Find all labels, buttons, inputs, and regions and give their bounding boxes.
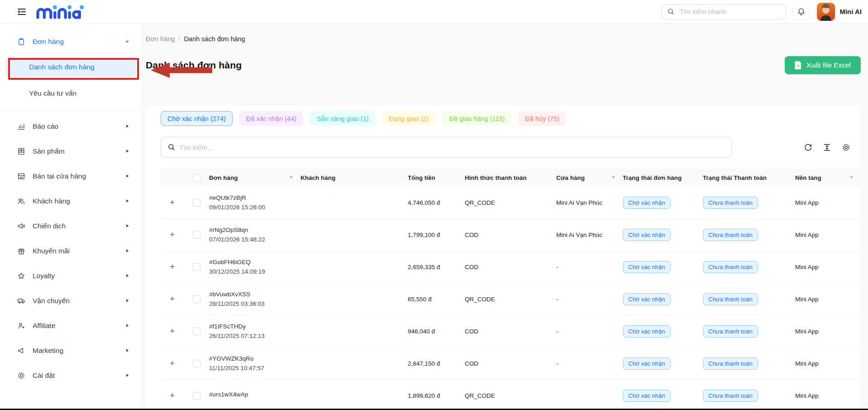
breadcrumb-current: Danh sách đơn hàng — [184, 35, 245, 43]
sidebar-item-label: Loyalty — [33, 272, 55, 280]
store-cell: - — [556, 360, 623, 367]
table-row: + #rNg2OpS8qn 07/01/2026 15:46:22 1,799,… — [161, 219, 861, 251]
sidebar-item-shipping[interactable]: Vận chuyển — [0, 288, 142, 313]
expand-row-icon[interactable]: + — [167, 262, 177, 271]
sidebar-item-label: Sản phẩm — [33, 147, 65, 155]
miniai-logo[interactable] — [35, 4, 85, 20]
payment-method-cell: COD — [465, 328, 556, 335]
table-search — [161, 137, 732, 158]
row-checkbox[interactable] — [193, 263, 200, 271]
payment-status-badge: Chưa thanh toán — [703, 357, 758, 370]
expand-row-icon[interactable]: + — [167, 230, 177, 239]
order-status-badge: Chờ xác nhận — [623, 357, 671, 370]
order-status-badge: Chờ xác nhận — [623, 325, 671, 338]
table-row: + #bVuwbXvXSS 28/11/2025 03:36:03 65,550… — [161, 283, 861, 315]
refresh-icon[interactable] — [803, 142, 813, 152]
sidebar-item-pos[interactable]: Bán tại cửa hàng — [0, 164, 142, 188]
product-icon — [16, 146, 26, 156]
expand-row-icon[interactable]: + — [167, 359, 177, 368]
expand-row-icon[interactable]: + — [167, 391, 177, 400]
sidebar-item-settings[interactable]: Cài đặt — [0, 363, 142, 388]
row-checkbox[interactable] — [193, 199, 200, 207]
payment-status-badge: Chưa thanh toán — [703, 293, 758, 305]
orders-table: Đơn hàngKhách hàngTổng tiềnHình thức tha… — [161, 169, 861, 410]
row-checkbox[interactable] — [193, 328, 200, 335]
order-status-badge: Chờ xác nhận — [623, 197, 671, 209]
settings-icon — [16, 371, 26, 381]
sidebar-item-label: Cài đặt — [33, 371, 55, 380]
status-filter-1[interactable]: Đã xác nhận (44) — [239, 111, 303, 126]
table-settings-icon[interactable] — [841, 142, 851, 152]
chevron-right-icon — [125, 124, 130, 129]
status-filter-active[interactable]: Chờ xác nhận (274) — [161, 111, 233, 126]
table-search-input[interactable] — [179, 144, 725, 151]
notifications-button[interactable] — [792, 3, 810, 20]
expand-row-icon[interactable]: + — [167, 327, 177, 336]
sidebar-subitem-label: Yêu cầu tư vấn — [29, 89, 76, 97]
payment-status-badge: Chưa thanh toán — [703, 390, 758, 402]
chevron-right-icon — [125, 273, 130, 278]
page-title: Danh sách đơn hàng — [146, 60, 242, 71]
sidebar-item-campaigns[interactable]: Chiến dịch — [0, 213, 142, 238]
status-filter-2[interactable]: Sẵn sàng giao (1) — [310, 111, 375, 126]
order-cell[interactable]: #urs1wX4wAp — [209, 391, 300, 400]
main-content: Đơn hàng / Danh sách đơn hàng Danh sách … — [142, 24, 868, 410]
sidebar-item-promotions[interactable]: Khuyến mãi — [0, 238, 142, 263]
row-checkbox[interactable] — [193, 360, 200, 367]
chevron-right-icon — [125, 198, 130, 203]
sidebar-item-affiliate[interactable]: Affiliate — [0, 313, 142, 338]
sidebar-item-customers[interactable]: Khách hàng — [0, 188, 142, 213]
expand-row-icon[interactable]: + — [167, 294, 177, 304]
global-search-input[interactable] — [679, 8, 774, 15]
store-cell: - — [556, 328, 623, 335]
sidebar-item-loyalty[interactable]: Loyalty — [0, 263, 142, 288]
sidebar-item-products[interactable]: Sản phẩm — [0, 139, 142, 164]
order-cell[interactable]: #GobFH6iGEQ 30/12/2025 14:09:19 — [209, 259, 300, 275]
status-filter-3[interactable]: Đang giao (2) — [382, 111, 436, 126]
sidebar-item-label: Bán tại cửa hàng — [33, 172, 86, 180]
table-row: + #f1IFScTHDy 26/11/2025 07:12:13 946,04… — [161, 315, 861, 347]
row-height-icon[interactable] — [822, 142, 832, 152]
payment-status-badge: Chưa thanh toán — [703, 325, 758, 338]
sidebar-collapse-icon[interactable] — [16, 6, 27, 17]
global-search — [661, 4, 786, 19]
export-excel-button[interactable]: x Xuất file Excel — [785, 56, 861, 74]
store-cell: - — [556, 296, 623, 303]
payment-method-cell: COD — [465, 360, 556, 367]
status-filter-5[interactable]: Đã hủy (75) — [518, 111, 566, 126]
sidebar-item-marketing[interactable]: Marketing — [0, 338, 142, 363]
filter-icon[interactable] — [288, 175, 294, 181]
order-status-badge: Chờ xác nhận — [623, 261, 671, 273]
row-checkbox[interactable] — [193, 231, 200, 239]
sidebar-subitem-order-list[interactable]: Danh sách đơn hàng — [5, 57, 136, 77]
filter-icon[interactable] — [849, 175, 854, 181]
chevron-right-icon — [125, 223, 130, 228]
breadcrumb-parent[interactable]: Đơn hàng — [146, 35, 175, 43]
payment-method-cell: COD — [465, 232, 556, 238]
excel-file-icon: x — [795, 61, 802, 69]
row-checkbox[interactable] — [193, 295, 200, 303]
chevron-right-icon — [125, 174, 130, 178]
campaign-icon — [16, 221, 26, 231]
sidebar-item-label: Khuyến mãi — [33, 247, 70, 255]
order-cell[interactable]: #f1IFScTHDy 26/11/2025 07:12:13 — [209, 323, 300, 339]
status-filter-4[interactable]: Đã giao hàng (115) — [442, 111, 511, 126]
sidebar-subitem-consult-requests[interactable]: Yêu cầu tư vấn — [5, 83, 136, 103]
order-cell[interactable]: #bVuwbXvXSS 28/11/2025 03:36:03 — [209, 291, 300, 307]
sidebar-item-orders[interactable]: Đơn hàng — [5, 33, 136, 51]
user-avatar[interactable] — [817, 3, 835, 21]
order-cell[interactable]: #YGVWZK3qRo 11/11/2025 10:47:57 — [209, 355, 300, 371]
row-checkbox[interactable] — [193, 392, 200, 400]
expand-row-icon[interactable]: + — [167, 198, 177, 207]
sidebar-item-reports[interactable]: Báo cáo — [0, 114, 142, 139]
table-row: + #YGVWZK3qRo 11/11/2025 10:47:57 2,847,… — [161, 347, 861, 380]
platform-cell: Mini App — [795, 392, 861, 399]
filter-icon[interactable] — [610, 175, 616, 181]
order-cell[interactable]: #rNg2OpS8qn 07/01/2026 15:46:22 — [209, 227, 300, 243]
store-cell: - — [556, 264, 623, 270]
platform-cell: Mini App — [795, 296, 861, 303]
select-all-checkbox[interactable] — [193, 174, 200, 182]
promotion-icon — [16, 246, 26, 256]
order-cell[interactable]: #eQUtk7zBjR 09/01/2026 15:26:00 — [209, 194, 300, 211]
column-header: Tổng tiền — [408, 174, 465, 181]
